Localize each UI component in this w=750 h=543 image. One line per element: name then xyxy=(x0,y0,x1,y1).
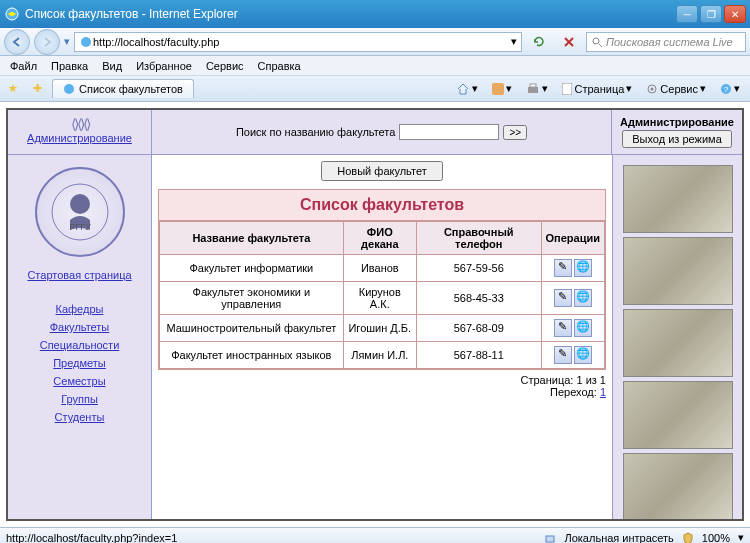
stop-button[interactable] xyxy=(556,31,582,53)
maximize-button[interactable]: ❐ xyxy=(700,5,722,23)
url-input[interactable] xyxy=(93,36,511,48)
refresh-button[interactable] xyxy=(526,31,552,53)
svg-rect-16 xyxy=(546,536,554,542)
nav-groups[interactable]: Группы xyxy=(12,393,147,405)
search-go-button[interactable]: >> xyxy=(503,125,527,140)
nav-semesters[interactable]: Семестры xyxy=(12,375,147,387)
svg-point-14 xyxy=(70,194,90,214)
nav-toolbar: ▾ ▾ Поисковая система Live xyxy=(0,28,750,56)
tab-bar: ★ ✚ Список факультетов ▾ ▾ ▾ Страница ▾ … xyxy=(0,76,750,102)
tab-title: Список факультетов xyxy=(79,83,183,95)
search-icon xyxy=(591,35,603,48)
tab-active[interactable]: Список факультетов xyxy=(52,79,194,98)
page-menu[interactable]: Страница ▾ xyxy=(556,80,638,98)
menu-tools[interactable]: Сервис xyxy=(200,58,250,74)
pager-link-1[interactable]: 1 xyxy=(600,386,606,398)
edit-icon[interactable]: ✎ xyxy=(554,289,572,307)
zoom-dropdown-icon[interactable]: ▾ xyxy=(738,531,744,543)
th-ops: Операции xyxy=(541,222,604,255)
table-header-row: Название факультета ФИО декана Справочны… xyxy=(160,222,605,255)
service-menu[interactable]: Сервис ▾ xyxy=(640,80,712,98)
view-icon[interactable]: 🌐 xyxy=(574,289,592,307)
faculty-search-input[interactable] xyxy=(399,124,499,140)
cell-dean: Лямин И.Л. xyxy=(343,342,416,369)
table-row: Факультет информатики Иванов 567-59-56 ✎… xyxy=(160,255,605,282)
nav-faculties[interactable]: Факультеты xyxy=(12,321,147,333)
faculties-title: Список факультетов xyxy=(159,190,605,221)
view-icon[interactable]: 🌐 xyxy=(574,346,592,364)
svg-rect-6 xyxy=(528,87,538,93)
address-bar[interactable]: ▾ xyxy=(74,32,522,52)
edit-icon[interactable]: ✎ xyxy=(554,319,572,337)
favorites-star-icon[interactable]: ★ xyxy=(4,80,22,98)
home-button[interactable]: ▾ xyxy=(450,80,484,98)
cell-dean: Игошин Д.Б. xyxy=(343,315,416,342)
top-search-box: Поиск по названию факультета >> xyxy=(152,110,612,154)
faculties-table: Название факультета ФИО декана Справочны… xyxy=(159,221,605,369)
feeds-button[interactable]: ▾ xyxy=(486,80,518,98)
menu-file[interactable]: Файл xyxy=(4,58,43,74)
right-column xyxy=(612,155,742,519)
nav-start[interactable]: Стартовая страница xyxy=(12,269,147,281)
th-name: Название факультета xyxy=(160,222,344,255)
back-button[interactable] xyxy=(4,29,30,55)
pager-goto: Переход: xyxy=(550,386,597,398)
forward-button[interactable] xyxy=(34,29,60,55)
print-button[interactable]: ▾ xyxy=(520,80,554,98)
zoom-label[interactable]: 100% xyxy=(702,532,730,544)
new-faculty-button[interactable]: Новый факультет xyxy=(321,161,442,181)
svg-point-10 xyxy=(651,87,654,90)
cell-name: Машиностроительный факультет xyxy=(160,315,344,342)
university-logo: РГГУ xyxy=(35,167,125,257)
live-search[interactable]: Поисковая система Live xyxy=(586,32,746,52)
view-icon[interactable]: 🌐 xyxy=(574,259,592,277)
svg-rect-8 xyxy=(562,83,572,95)
nav-departments[interactable]: Кафедры xyxy=(12,303,147,315)
minimize-button[interactable]: ─ xyxy=(676,5,698,23)
nav-specialities[interactable]: Специальности xyxy=(12,339,147,351)
pager: Страница: 1 из 1 Переход: 1 xyxy=(158,374,606,398)
main-area: Новый факультет Список факультетов Назва… xyxy=(152,155,612,519)
menu-help[interactable]: Справка xyxy=(252,58,307,74)
edit-icon[interactable]: ✎ xyxy=(554,259,572,277)
menu-view[interactable]: Вид xyxy=(96,58,128,74)
close-button[interactable]: ✕ xyxy=(724,5,746,23)
nav-subjects[interactable]: Предметы xyxy=(12,357,147,369)
svg-text:РГГУ: РГГУ xyxy=(69,222,91,232)
thumbnail-4 xyxy=(623,381,733,449)
svg-point-2 xyxy=(593,38,599,44)
page-frame: ⟨⟩⟨⟩⟨⟩ Администрирование Поиск по назван… xyxy=(6,108,744,521)
admin-link[interactable]: Администрирование xyxy=(27,132,132,144)
status-zone: Локальная интрасеть xyxy=(564,532,673,544)
svg-rect-5 xyxy=(492,83,504,95)
thumbnail-2 xyxy=(623,237,733,305)
view-icon[interactable]: 🌐 xyxy=(574,319,592,337)
cell-dean: Иванов xyxy=(343,255,416,282)
thumbnail-1 xyxy=(623,165,733,233)
thumbnail-5 xyxy=(623,453,733,519)
dropdown-icon[interactable]: ▾ xyxy=(511,35,517,48)
chevron-down-icon[interactable]: ▾ xyxy=(64,35,70,48)
menu-edit[interactable]: Правка xyxy=(45,58,94,74)
svg-line-3 xyxy=(599,44,602,47)
thumbnail-3 xyxy=(623,309,733,377)
menu-favorites[interactable]: Избранное xyxy=(130,58,198,74)
add-favorites-icon[interactable]: ✚ xyxy=(28,80,46,98)
protected-mode-icon xyxy=(682,531,694,543)
cell-phone: 567-68-09 xyxy=(416,315,541,342)
edit-icon[interactable]: ✎ xyxy=(554,346,572,364)
left-nav: РГГУ Стартовая страница Кафедры Факульте… xyxy=(8,155,152,519)
ie-tab-icon xyxy=(63,83,75,95)
exit-mode-button[interactable]: Выход из режима xyxy=(622,130,732,148)
top-left-box: ⟨⟩⟨⟩⟨⟩ Администрирование xyxy=(8,110,152,154)
nav-students[interactable]: Студенты xyxy=(12,411,147,423)
cell-ops: ✎🌐 xyxy=(541,282,604,315)
status-url: http://localhost/faculty.php?index=1 xyxy=(6,532,177,544)
help-button[interactable]: ?▾ xyxy=(714,80,746,98)
page-viewport: ⟨⟩⟨⟩⟨⟩ Администрирование Поиск по назван… xyxy=(0,102,750,527)
table-row: Машиностроительный факультет Игошин Д.Б.… xyxy=(160,315,605,342)
svg-rect-7 xyxy=(530,84,536,87)
search-label: Поиск по названию факультета xyxy=(236,126,396,138)
cell-phone: 567-59-56 xyxy=(416,255,541,282)
cell-ops: ✎🌐 xyxy=(541,315,604,342)
